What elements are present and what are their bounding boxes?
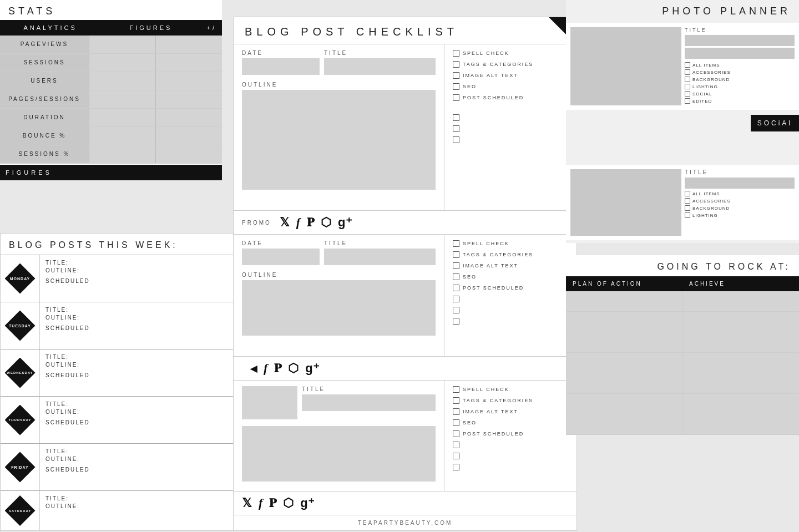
- photo-checkbox-all-1[interactable]: [685, 62, 690, 68]
- row-val2-pages-sessions[interactable]: [155, 90, 222, 108]
- rock-cell-3a[interactable]: [566, 332, 683, 352]
- checkbox-extra2-3[interactable]: [453, 453, 459, 459]
- outline-box-3[interactable]: [242, 426, 436, 482]
- photo-checkbox-edited-1[interactable]: [685, 98, 690, 104]
- diamond-thursday: THURSDAY: [5, 405, 36, 435]
- rock-cell-5b[interactable]: [683, 373, 800, 393]
- diamond-wednesday: WEDNESDAY: [5, 358, 36, 388]
- photo-checkbox-light-2[interactable]: [685, 212, 690, 218]
- checkbox-alt-1[interactable]: [453, 72, 459, 79]
- checkbox-extra3-2[interactable]: [453, 318, 459, 325]
- row-val2-bounce[interactable]: [155, 127, 222, 145]
- title-box-2[interactable]: [324, 249, 436, 265]
- twitter-icon-1[interactable]: 𝕏: [280, 215, 290, 230]
- rock-cell-6a[interactable]: [566, 394, 683, 414]
- row-val1-users[interactable]: [89, 72, 155, 90]
- row-val2-sessions[interactable]: [155, 54, 222, 72]
- twitter-icon-3[interactable]: 𝕏: [242, 496, 252, 510]
- photo-checkbox-bg-1[interactable]: [685, 77, 690, 82]
- date-box-2[interactable]: [242, 249, 320, 265]
- checkbox-scheduled-2[interactable]: [453, 285, 459, 291]
- rock-cell-4b[interactable]: [683, 353, 800, 373]
- row-val2-pageviews[interactable]: [155, 36, 222, 53]
- rock-cell-3b[interactable]: [683, 332, 800, 352]
- checkbox-extra2-2[interactable]: [453, 307, 459, 313]
- twitter-icon-2[interactable]: ◀: [250, 363, 257, 374]
- rock-cell-7b[interactable]: [683, 414, 800, 434]
- date-box-1[interactable]: [242, 58, 320, 75]
- row-val1-sessions-pct[interactable]: [89, 145, 155, 163]
- photo-check-acc-1: ACCESSORIES: [685, 69, 795, 75]
- checkbox-spell-2[interactable]: [453, 240, 459, 247]
- checkbox-tags-1[interactable]: [453, 61, 459, 68]
- rock-cell-1b[interactable]: [683, 291, 800, 311]
- row-val1-pageviews[interactable]: [89, 36, 155, 53]
- checkbox-extra1-1[interactable]: [453, 114, 459, 121]
- rock-cell-6b[interactable]: [683, 394, 800, 414]
- checkbox-tags-3[interactable]: [453, 397, 459, 404]
- check-alt-2: IMAGE ALT TEXT: [453, 262, 568, 269]
- date-label-2: DATE: [242, 240, 320, 246]
- checkbox-alt-3[interactable]: [453, 408, 459, 415]
- outline-box-2[interactable]: [242, 280, 436, 336]
- instagram-icon-1[interactable]: ⬡: [321, 215, 331, 230]
- photo-checkbox-acc-2[interactable]: [685, 198, 690, 204]
- title-box-1[interactable]: [324, 58, 436, 75]
- checkbox-extra1-2[interactable]: [453, 296, 459, 302]
- rock-cell-4a[interactable]: [566, 353, 683, 373]
- instagram-icon-2[interactable]: ⬡: [288, 361, 299, 376]
- checkbox-scheduled-3[interactable]: [453, 430, 459, 437]
- checkbox-extra3-3[interactable]: [453, 464, 459, 470]
- row-val2-duration[interactable]: [155, 109, 222, 126]
- rock-cell-5a[interactable]: [566, 373, 683, 393]
- googleplus-icon-1[interactable]: g⁺: [338, 215, 352, 230]
- row-val2-users[interactable]: [155, 72, 222, 90]
- checkbox-extra1-3[interactable]: [453, 442, 459, 448]
- social-icons-1: 𝕏 f 𝐏 ⬡ g⁺: [280, 215, 352, 230]
- row-val1-bounce[interactable]: [89, 127, 155, 145]
- row-val1-duration[interactable]: [89, 109, 155, 126]
- photo-checkbox-social-1[interactable]: [685, 91, 690, 97]
- checkbox-spell-3[interactable]: [453, 386, 459, 393]
- checkbox-scheduled-1[interactable]: [453, 94, 459, 101]
- rock-cell-2a[interactable]: [566, 312, 683, 332]
- outline-box-1[interactable]: [242, 90, 436, 190]
- pinterest-icon-1[interactable]: 𝐏: [307, 215, 314, 230]
- checkbox-extra2-1[interactable]: [453, 125, 459, 132]
- rock-col2-label: ACHIEVE: [682, 276, 799, 291]
- photo-checkbox-light-1[interactable]: [685, 84, 690, 89]
- facebook-icon-2[interactable]: f: [264, 361, 267, 376]
- photo-check-label-acc-1: ACCESSORIES: [692, 70, 731, 75]
- googleplus-icon-2[interactable]: g⁺: [305, 361, 319, 376]
- facebook-icon-1[interactable]: f: [296, 215, 300, 230]
- checkbox-alt-2[interactable]: [453, 262, 459, 269]
- photo-checkbox-all-2[interactable]: [685, 191, 690, 196]
- rock-cell-2b[interactable]: [683, 312, 800, 332]
- figures-col-label: FIGURES: [100, 20, 201, 36]
- instagram-icon-3[interactable]: ⬡: [283, 496, 294, 510]
- checkbox-seo-2[interactable]: [453, 273, 459, 280]
- pinterest-icon-3[interactable]: 𝐏: [269, 496, 276, 510]
- row-val1-sessions[interactable]: [89, 54, 155, 72]
- photo-checkbox-acc-1[interactable]: [685, 69, 690, 75]
- googleplus-icon-3[interactable]: g⁺: [300, 496, 314, 510]
- facebook-icon-3[interactable]: f: [259, 496, 262, 510]
- pinterest-icon-2[interactable]: 𝐏: [274, 361, 281, 376]
- checkbox-spell-1[interactable]: [453, 50, 459, 57]
- photo-check-label-light-2: LIGHTING: [692, 213, 718, 218]
- rock-cell-7a[interactable]: [566, 414, 683, 434]
- row-val2-sessions-pct[interactable]: [155, 145, 222, 163]
- check-label-scheduled-1: POST SCHEDULED: [463, 95, 524, 100]
- date-box-3[interactable]: [242, 386, 297, 419]
- entry-title-3: TITLE: [302, 386, 436, 423]
- checkbox-tags-2[interactable]: [453, 251, 459, 258]
- row-label-users: USERS: [0, 72, 89, 90]
- photo-check-label-light-1: LIGHTING: [692, 84, 718, 89]
- title-box-3[interactable]: [302, 394, 436, 411]
- checkbox-seo-3[interactable]: [453, 419, 459, 426]
- checkbox-extra3-1[interactable]: [453, 136, 459, 143]
- photo-checkbox-bg-2[interactable]: [685, 205, 690, 211]
- checkbox-seo-1[interactable]: [453, 83, 459, 90]
- rock-cell-1a[interactable]: [566, 291, 683, 311]
- row-val1-pages-sessions[interactable]: [89, 90, 155, 108]
